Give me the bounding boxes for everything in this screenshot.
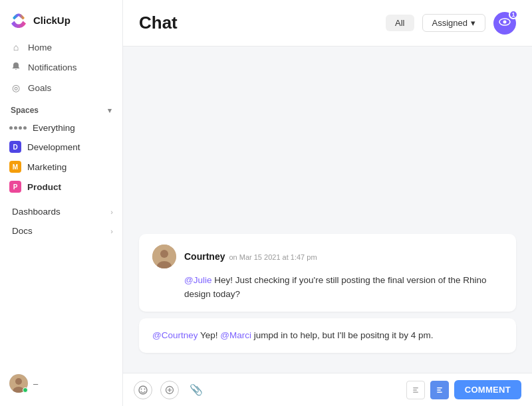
development-badge: D: [9, 141, 21, 153]
chevron-down-icon: ▾: [108, 106, 112, 115]
sidebar-item-notifications[interactable]: Notifications: [5, 57, 117, 78]
svg-rect-14: [413, 387, 418, 389]
message-meta: Courtney on Mar 15 2021 at 1:47 pm: [184, 251, 317, 262]
app-name: ClickUp: [33, 15, 70, 26]
message-header: Courtney on Mar 15 2021 at 1:47 pm: [152, 245, 503, 268]
format-button-1[interactable]: [406, 381, 425, 399]
mention: @Marci: [220, 330, 251, 340]
format-button-2[interactable]: [430, 381, 449, 399]
home-icon: ⌂: [11, 42, 21, 52]
eye-icon: [499, 16, 511, 31]
sections-list: Dashboards › Docs ›: [0, 202, 122, 241]
svg-rect-17: [437, 387, 442, 389]
svg-point-6: [160, 250, 168, 258]
sidebar-footer: –: [0, 367, 122, 399]
svg-rect-18: [437, 389, 441, 391]
goals-icon: ◎: [11, 82, 21, 93]
main-content: Chat All Assigned ▾ 1: [123, 0, 532, 406]
user-menu-indicator: –: [33, 379, 38, 389]
online-indicator: [23, 387, 28, 393]
sidebar-item-dashboards[interactable]: Dashboards ›: [3, 202, 120, 221]
svg-point-4: [503, 20, 507, 23]
sidebar-item-goals[interactable]: ◎ Goals: [5, 78, 117, 98]
spaces-list: Everything D Development M Marketing P P…: [0, 119, 122, 197]
reply-card: @Courtney Yep! @Marci jumpd in to help, …: [139, 318, 516, 353]
svg-rect-16: [413, 391, 418, 393]
message-author: Courtney: [184, 251, 225, 262]
chevron-right-icon: ›: [110, 208, 113, 216]
chat-area: Courtney on Mar 15 2021 at 1:47 pm @Juli…: [123, 47, 532, 373]
sidebar-item-label: Goals: [28, 83, 51, 93]
sidebar-item-marketing[interactable]: M Marketing: [3, 157, 120, 177]
marketing-badge: M: [9, 161, 21, 173]
bell-icon: [11, 62, 21, 73]
sidebar-item-development[interactable]: D Development: [3, 137, 120, 157]
page-title: Chat: [139, 13, 178, 33]
author-avatar: [152, 245, 176, 268]
message-card: Courtney on Mar 15 2021 at 1:47 pm @Juli…: [139, 234, 516, 312]
chevron-down-icon: ▾: [471, 18, 475, 28]
spaces-header: Spaces ▾: [0, 98, 122, 119]
logo-area[interactable]: ClickUp: [0, 0, 122, 37]
message-text: Hey! Just checking if you're still posti…: [184, 275, 487, 298]
sidebar-item-product[interactable]: P Product: [3, 177, 120, 197]
input-area: 📎 COMMENT: [123, 373, 532, 406]
attachment-button[interactable]: 📎: [187, 381, 205, 399]
sidebar-item-docs[interactable]: Docs ›: [3, 221, 120, 241]
mention: @Julie: [184, 275, 211, 285]
header-controls: All Assigned ▾ 1: [386, 12, 516, 35]
input-actions: COMMENT: [406, 380, 521, 399]
reaction-button[interactable]: [160, 381, 179, 399]
user-avatar-wrap[interactable]: [9, 374, 28, 393]
eye-button[interactable]: 1: [493, 12, 516, 35]
notification-badge: 1: [509, 10, 518, 19]
everything-icon: [9, 126, 27, 130]
svg-point-10: [144, 388, 146, 389]
product-badge: P: [9, 181, 21, 193]
svg-point-9: [141, 388, 142, 389]
main-header: Chat All Assigned ▾ 1: [123, 0, 532, 47]
sidebar: ClickUp ⌂ Home Notifications ◎ Goals Spa…: [0, 0, 123, 406]
svg-rect-19: [437, 391, 442, 393]
sidebar-item-home[interactable]: ⌂ Home: [5, 37, 117, 57]
emoji-button[interactable]: [134, 381, 152, 399]
nav-items: ⌂ Home Notifications ◎ Goals: [0, 37, 122, 98]
reply-text: Yep!: [200, 330, 220, 340]
message-body: @Julie Hey! Just checking if you're stil…: [152, 274, 503, 301]
chevron-right-icon: ›: [110, 227, 113, 235]
sidebar-item-label: Notifications: [28, 62, 77, 72]
svg-point-1: [15, 378, 22, 385]
reply-body: @Courtney Yep! @Marci jumpd in to help, …: [152, 329, 503, 342]
filter-assigned-button[interactable]: Assigned ▾: [422, 14, 485, 32]
filter-all-button[interactable]: All: [386, 15, 414, 31]
input-tools: 📎: [134, 381, 205, 399]
comment-button[interactable]: COMMENT: [454, 380, 521, 399]
sidebar-item-everything[interactable]: Everything: [3, 119, 120, 137]
message-timestamp: on Mar 15 2021 at 1:47 pm: [229, 253, 317, 261]
mention: @Courtney: [152, 330, 198, 340]
svg-rect-15: [413, 389, 417, 391]
sidebar-item-label: Home: [28, 43, 52, 52]
clickup-logo-icon: [9, 11, 28, 29]
reply-text-2: jumpd in to help, but I'll be positng it…: [254, 330, 434, 340]
